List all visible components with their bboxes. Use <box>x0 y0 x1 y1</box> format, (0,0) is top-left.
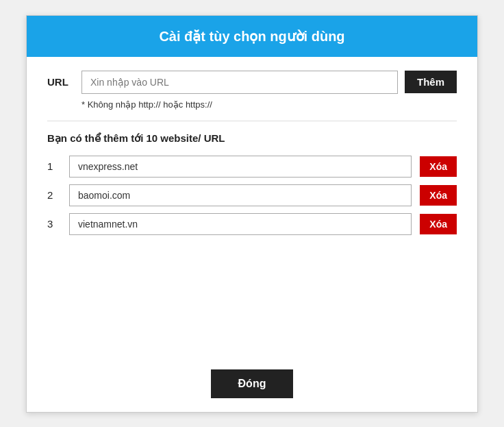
item-number: 1 <box>47 160 61 172</box>
delete-button[interactable]: Xóa <box>420 156 457 177</box>
url-input-row: URL Thêm <box>47 71 457 94</box>
hint-text: * Không nhập http:// hoặc https:// <box>81 99 457 110</box>
delete-button[interactable]: Xóa <box>420 185 457 206</box>
item-number: 3 <box>47 218 61 230</box>
list-item: 2Xóa <box>47 184 457 206</box>
url-list: 1Xóa2Xóa3Xóa <box>47 156 457 235</box>
item-url-input[interactable] <box>69 156 412 178</box>
list-heading: Bạn có thể thêm tới 10 website/ URL <box>47 132 457 145</box>
dialog-title: Cài đặt tùy chọn người dùng <box>159 29 344 44</box>
dialog-body: URL Thêm * Không nhập http:// hoặc https… <box>27 57 477 342</box>
item-number: 2 <box>47 189 61 201</box>
item-url-input[interactable] <box>69 213 412 235</box>
divider <box>47 121 457 121</box>
delete-button[interactable]: Xóa <box>420 214 457 234</box>
url-label: URL <box>47 76 75 88</box>
dialog-header: Cài đặt tùy chọn người dùng <box>27 16 477 57</box>
close-button[interactable]: Đóng <box>211 369 294 398</box>
item-url-input[interactable] <box>69 184 412 206</box>
add-button[interactable]: Thêm <box>405 71 457 93</box>
dialog-footer: Đóng <box>27 356 477 412</box>
list-item: 1Xóa <box>47 156 457 178</box>
list-item: 3Xóa <box>47 213 457 235</box>
dialog-container: Cài đặt tùy chọn người dùng URL Thêm * K… <box>26 15 478 413</box>
url-input[interactable] <box>81 71 398 94</box>
